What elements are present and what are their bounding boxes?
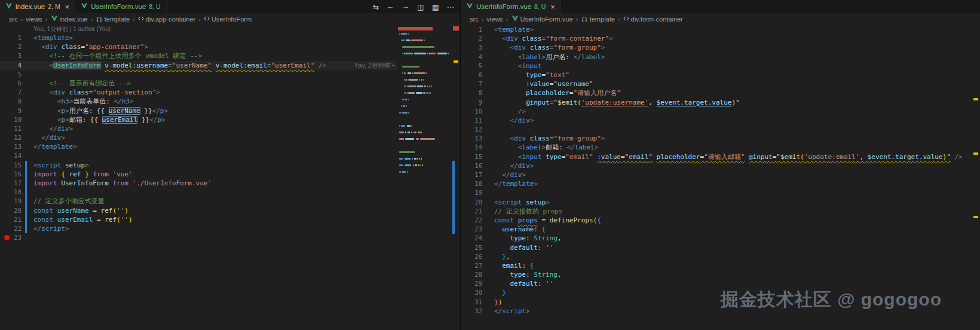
gutter[interactable]: 7	[461, 80, 491, 88]
code-line[interactable]: 19// 定义多个响应式变量	[0, 197, 460, 206]
gutter[interactable]: 16	[0, 170, 30, 179]
code-line[interactable]: 19	[461, 188, 980, 197]
breadcrumb-item-UserInfoForm[interactable]: UserInfoForm	[204, 16, 252, 23]
code-line[interactable]: 24 type: String,	[461, 234, 980, 243]
tab-index.vue[interactable]: index.vue2, M×	[0, 0, 75, 13]
breadcrumb-item-views[interactable]: views	[26, 16, 42, 23]
code-line[interactable]: 28 type: String,	[461, 270, 980, 279]
code-line[interactable]: 16import { ref } from 'vue'	[0, 170, 460, 179]
breadcrumb-item-src[interactable]: src	[9, 16, 18, 23]
code-line[interactable]: 13</template>	[0, 142, 460, 151]
gutter[interactable]: 12	[0, 133, 30, 142]
gutter[interactable]: 9	[461, 98, 491, 107]
gutter[interactable]: 8	[0, 97, 30, 106]
code-line[interactable]: 3 <div class="form-group">	[461, 43, 980, 52]
code-line[interactable]: 4 <label>用户名: </label>	[461, 53, 980, 62]
code-line[interactable]: 8 placeholder="请输入用户名"	[461, 88, 980, 97]
gutter[interactable]: 6	[461, 71, 491, 80]
gutter[interactable]: 1	[461, 25, 491, 34]
breadcrumb-item-div.app-container[interactable]: div.app-container	[138, 16, 196, 23]
code-line[interactable]: 21// 定义接收的 props	[461, 207, 980, 216]
code-line[interactable]: 15<script setup>	[0, 161, 460, 170]
breadcrumb-item-UserInfoForm.vue[interactable]: UserInfoForm.vue	[512, 15, 573, 23]
code-line[interactable]: 1<template>	[461, 25, 980, 34]
gutter[interactable]: 19	[0, 197, 30, 206]
gutter[interactable]: 17	[0, 179, 30, 188]
gutter[interactable]: 23	[461, 225, 491, 234]
more-actions-icon[interactable]: ⋯	[447, 2, 455, 11]
code-line[interactable]: 23	[0, 233, 460, 242]
gutter[interactable]: 30	[461, 288, 491, 297]
breadcrumb-item-template[interactable]: {}template	[581, 16, 615, 23]
code-line[interactable]: 22</script>	[0, 224, 460, 233]
code-line[interactable]: 14 <label>邮箱: </label>	[461, 143, 980, 152]
code-line[interactable]: 7 :value="username"	[461, 80, 980, 88]
code-line[interactable]: 17import UserInfoForm from './UserInfoFo…	[0, 179, 460, 188]
navigate-forward-icon[interactable]: →	[402, 2, 409, 11]
code-line[interactable]: 11 </div>	[0, 124, 460, 133]
gutter[interactable]: 4	[0, 61, 30, 70]
code-line[interactable]: 12	[461, 125, 980, 134]
code-line[interactable]: 10 <p>邮箱: {{ userEmail }}</p>	[0, 115, 460, 124]
gutter[interactable]: 10	[0, 115, 30, 124]
code-line[interactable]: 27 email: {	[461, 261, 980, 270]
code-line[interactable]: 2 <div class="form-container">	[461, 34, 980, 43]
gutter[interactable]: 15	[461, 152, 491, 161]
code-line[interactable]: 18</template>	[461, 179, 980, 188]
gutter[interactable]: 11	[0, 124, 30, 133]
code-line[interactable]: 6 type="text"	[461, 71, 980, 80]
code-line[interactable]: 9 <p>用户名: {{ userName }}</p>	[0, 106, 460, 115]
code-line[interactable]: 25 default: ''	[461, 243, 980, 252]
gutter[interactable]: 21	[461, 207, 491, 216]
split-editor-icon[interactable]: ◫	[417, 2, 424, 11]
tab-UserInfoForm.vue[interactable]: UserInfoForm.vue8, U	[75, 0, 166, 13]
code-line[interactable]: 26 },	[461, 252, 980, 261]
gutter[interactable]: 3	[461, 43, 491, 52]
code-line[interactable]: 1<template>	[0, 33, 460, 42]
gutter[interactable]: 20	[0, 206, 30, 215]
gutter[interactable]: 18	[0, 188, 30, 197]
code-line[interactable]: 12 </div>	[0, 133, 460, 142]
gutter[interactable]: 32	[461, 307, 491, 316]
code-line[interactable]: 10 />	[461, 107, 980, 116]
close-icon[interactable]: ×	[65, 3, 70, 11]
gutter[interactable]: 25	[461, 243, 491, 252]
gutter[interactable]: 14	[0, 151, 30, 160]
code-line[interactable]: 5 <input	[461, 62, 980, 71]
gutter[interactable]: 4	[461, 53, 491, 62]
gutter[interactable]: 13	[0, 142, 30, 151]
code-line[interactable]: 7 <div class="output-section">	[0, 88, 460, 97]
code-line[interactable]: 3 <!-- 在同一个组件上使用多个 vmodel 绑定 -->	[0, 51, 460, 60]
code-line[interactable]: 5	[0, 70, 460, 79]
gutter[interactable]: 26	[461, 252, 491, 261]
gutter[interactable]: 22	[461, 216, 491, 225]
code-line[interactable]: 21const userEmail = ref('')	[0, 215, 460, 224]
gutter[interactable]: 28	[461, 270, 491, 279]
gutter[interactable]: 8	[461, 88, 491, 97]
git-blame-codelens[interactable]: You, 1分钟前 | 1 author (You)	[0, 25, 460, 33]
gutter[interactable]: 13	[461, 134, 491, 143]
gutter[interactable]: 5	[0, 70, 30, 79]
editor-left[interactable]: You, 1分钟前 | 1 author (You) 1<template>2 …	[0, 25, 460, 330]
breadcrumb-item-views[interactable]: views	[486, 16, 503, 23]
gutter[interactable]: 19	[461, 188, 491, 197]
code-line[interactable]: 14	[0, 151, 460, 160]
breadcrumb-item-index.vue[interactable]: index.vue	[51, 15, 88, 23]
gutter[interactable]: 16	[461, 161, 491, 170]
close-icon[interactable]: ×	[550, 3, 555, 11]
tab-UserInfoForm.vue[interactable]: UserInfoForm.vue8, U×	[461, 0, 561, 13]
gutter[interactable]: 18	[461, 179, 491, 188]
gutter[interactable]: 27	[461, 261, 491, 270]
code-line[interactable]: 23 username: {	[461, 225, 980, 234]
code-line[interactable]: 4 <UserInfoForm v-model:username="userNa…	[0, 61, 460, 70]
code-line[interactable]: 22const props = defineProps({	[461, 216, 980, 225]
gutter[interactable]: 20	[461, 198, 491, 207]
gutter[interactable]: 3	[0, 51, 30, 60]
gutter[interactable]: 12	[461, 125, 491, 134]
code-line[interactable]: 2 <div class="app-container">	[0, 42, 460, 51]
gutter[interactable]: 2	[461, 34, 491, 43]
breadcrumb-item-src[interactable]: src	[470, 16, 479, 23]
gutter[interactable]: 21	[0, 215, 30, 224]
gutter[interactable]: 7	[0, 88, 30, 97]
code-line[interactable]: 16 </div>	[461, 161, 980, 170]
